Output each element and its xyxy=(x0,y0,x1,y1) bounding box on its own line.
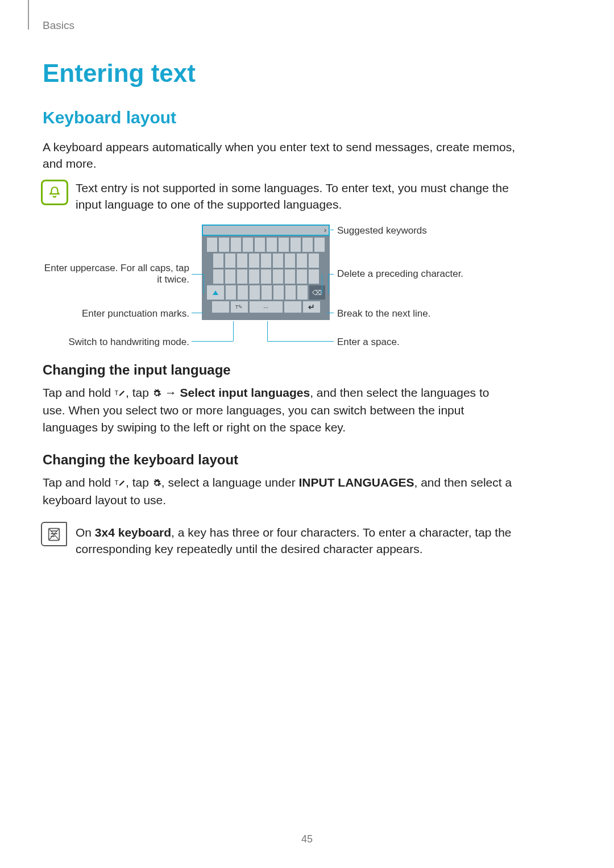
keyboard-body xyxy=(202,236,330,320)
key xyxy=(314,238,325,252)
key xyxy=(213,269,223,284)
key xyxy=(243,238,253,252)
leader-line xyxy=(192,313,203,313)
key xyxy=(207,238,217,252)
key xyxy=(249,254,259,268)
keyboard-diagram: › xyxy=(43,222,532,350)
callout-suggested: Suggested keywords xyxy=(337,225,427,236)
text: On xyxy=(76,526,95,539)
key xyxy=(237,269,247,284)
prediction-bar: › xyxy=(202,225,330,236)
key xyxy=(226,285,236,300)
key xyxy=(309,254,319,268)
key-row xyxy=(204,238,328,252)
leader-line xyxy=(192,341,233,342)
page: Basics Entering text Keyboard layout A k… xyxy=(0,0,614,868)
key xyxy=(225,269,235,284)
key xyxy=(273,254,283,268)
sym-key xyxy=(212,301,229,313)
handwriting-key-icon xyxy=(231,301,248,313)
text: Tap and hold xyxy=(43,386,114,399)
key xyxy=(279,238,289,252)
key xyxy=(261,269,271,284)
text: Tap and hold xyxy=(43,476,114,489)
breadcrumb: Basics xyxy=(43,19,74,32)
bold-text: 3x4 keyboard xyxy=(95,526,171,539)
bold-text: INPUT LANGUAGES xyxy=(299,476,414,489)
key xyxy=(297,269,307,284)
leader-line xyxy=(328,274,334,275)
leader-line xyxy=(330,230,334,230)
key xyxy=(297,285,308,300)
callout-handwriting: Switch to handwriting mode. xyxy=(43,337,189,348)
leader-line xyxy=(192,274,203,275)
key xyxy=(219,238,229,252)
gear-icon xyxy=(152,475,161,492)
page-number: 45 xyxy=(0,833,614,845)
note-memo-text: On 3x4 keyboard, a key has three or four… xyxy=(76,524,519,558)
text: , tap xyxy=(126,386,152,399)
note-bell-icon xyxy=(41,180,68,205)
punctuation-key xyxy=(284,301,301,313)
bold-text: Select input languages xyxy=(180,386,310,399)
callout-break: Break to the next line. xyxy=(337,308,430,319)
note-memo-icon xyxy=(41,522,67,546)
margin-rule xyxy=(28,0,29,30)
leader-line xyxy=(267,321,268,341)
text: , select a language under xyxy=(161,476,299,489)
key xyxy=(273,269,283,284)
key-row xyxy=(204,285,328,300)
key xyxy=(262,285,272,300)
callout-delete: Delete a preceding character. xyxy=(337,268,463,280)
leader-line xyxy=(328,274,329,294)
svg-text:T: T xyxy=(115,479,119,486)
leader-line xyxy=(267,341,334,342)
key-row xyxy=(204,269,328,284)
delete-key-icon xyxy=(309,285,325,300)
paragraph-changing-keyboard-layout: Tap and hold T, tap , select a language … xyxy=(43,474,515,509)
leader-line xyxy=(204,274,204,294)
svg-text:T: T xyxy=(115,389,119,396)
text: , tap xyxy=(126,476,152,489)
text-pencil-icon: T xyxy=(114,385,126,402)
keyboard-graphic: › xyxy=(202,225,330,321)
key-row xyxy=(204,254,328,268)
page-title: Entering text xyxy=(43,59,196,88)
key xyxy=(309,269,319,284)
key xyxy=(261,254,271,268)
gear-icon xyxy=(152,385,161,402)
leader-line xyxy=(233,321,234,341)
key xyxy=(250,285,260,300)
enter-key-icon xyxy=(303,301,320,313)
leader-line xyxy=(327,313,334,313)
callout-uppercase: Enter uppercase. For all caps, tap it tw… xyxy=(43,263,189,285)
text-pencil-icon: T xyxy=(114,475,126,492)
shift-key-icon xyxy=(207,285,224,300)
key xyxy=(297,254,307,268)
paragraph-intro: A keyboard appears automatically when yo… xyxy=(43,139,520,172)
section-heading-keyboard-layout: Keyboard layout xyxy=(43,108,176,127)
key xyxy=(213,254,223,268)
key-row xyxy=(204,301,328,313)
leader-line xyxy=(322,274,322,294)
subheading-changing-input-language: Changing the input language xyxy=(43,362,231,378)
key xyxy=(237,254,247,268)
key xyxy=(285,285,296,300)
key xyxy=(291,238,301,252)
key xyxy=(249,269,259,284)
key xyxy=(285,254,295,268)
text: → xyxy=(161,386,180,399)
key xyxy=(285,269,295,284)
callout-space: Enter a space. xyxy=(337,337,400,348)
key xyxy=(273,285,284,300)
key xyxy=(302,238,313,252)
callout-punctuation: Enter punctuation marks. xyxy=(43,308,189,319)
key xyxy=(267,238,277,252)
key xyxy=(225,254,235,268)
key xyxy=(238,285,248,300)
paragraph-changing-input-language: Tap and hold T, tap → Select input langu… xyxy=(43,384,515,435)
subheading-changing-keyboard-layout: Changing the keyboard layout xyxy=(43,452,238,468)
key xyxy=(255,238,265,252)
key xyxy=(231,238,241,252)
space-key-icon xyxy=(250,301,283,313)
